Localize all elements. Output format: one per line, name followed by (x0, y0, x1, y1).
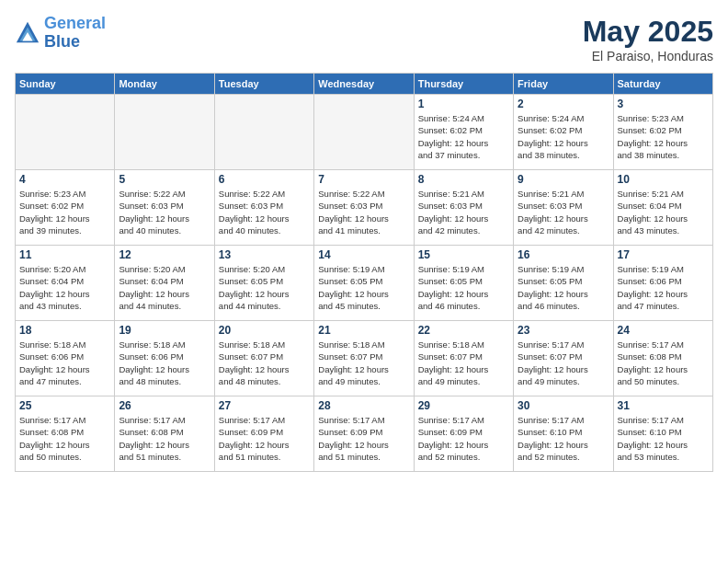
day-info: Sunrise: 5:22 AM Sunset: 6:03 PM Dayligh… (119, 188, 210, 236)
calendar-cell: 16Sunrise: 5:19 AM Sunset: 6:05 PM Dayli… (514, 246, 613, 321)
day-number: 27 (219, 399, 310, 412)
day-info: Sunrise: 5:22 AM Sunset: 6:03 PM Dayligh… (318, 188, 409, 236)
day-info: Sunrise: 5:17 AM Sunset: 6:09 PM Dayligh… (219, 414, 310, 463)
day-info: Sunrise: 5:17 AM Sunset: 6:08 PM Dayligh… (19, 414, 110, 463)
col-header-friday: Friday (514, 74, 613, 95)
day-number: 20 (219, 324, 310, 337)
day-number: 21 (318, 324, 409, 337)
calendar-cell: 18Sunrise: 5:18 AM Sunset: 6:06 PM Dayli… (16, 321, 115, 396)
day-number: 11 (19, 248, 110, 261)
day-info: Sunrise: 5:17 AM Sunset: 6:09 PM Dayligh… (418, 414, 509, 463)
calendar-cell: 22Sunrise: 5:18 AM Sunset: 6:07 PM Dayli… (414, 321, 513, 396)
col-header-saturday: Saturday (613, 74, 712, 95)
calendar-cell: 23Sunrise: 5:17 AM Sunset: 6:07 PM Dayli… (514, 321, 613, 396)
calendar-cell: 25Sunrise: 5:17 AM Sunset: 6:08 PM Dayli… (16, 396, 115, 472)
day-number: 2 (518, 98, 609, 110)
calendar-cell (115, 95, 214, 170)
week-row-3: 11Sunrise: 5:20 AM Sunset: 6:04 PM Dayli… (16, 246, 713, 321)
day-info: Sunrise: 5:17 AM Sunset: 6:07 PM Dayligh… (518, 339, 609, 387)
day-info: Sunrise: 5:17 AM Sunset: 6:10 PM Dayligh… (518, 414, 609, 463)
page-header: General Blue May 2025 El Paraiso, Hondur… (15, 15, 713, 63)
day-number: 8 (418, 173, 509, 186)
week-row-2: 4Sunrise: 5:23 AM Sunset: 6:02 PM Daylig… (16, 170, 713, 246)
col-header-thursday: Thursday (414, 74, 513, 95)
calendar-title: May 2025 (583, 15, 713, 49)
calendar-cell: 10Sunrise: 5:21 AM Sunset: 6:04 PM Dayli… (613, 170, 712, 246)
col-header-wednesday: Wednesday (314, 74, 414, 95)
calendar-subtitle: El Paraiso, Honduras (583, 49, 713, 63)
calendar-cell: 14Sunrise: 5:19 AM Sunset: 6:05 PM Dayli… (314, 246, 414, 321)
title-block: May 2025 El Paraiso, Honduras (583, 15, 713, 63)
calendar-cell: 26Sunrise: 5:17 AM Sunset: 6:08 PM Dayli… (115, 396, 214, 472)
day-info: Sunrise: 5:19 AM Sunset: 6:05 PM Dayligh… (518, 263, 609, 312)
week-row-4: 18Sunrise: 5:18 AM Sunset: 6:06 PM Dayli… (16, 321, 713, 396)
day-info: Sunrise: 5:24 AM Sunset: 6:02 PM Dayligh… (418, 112, 509, 161)
calendar-cell: 30Sunrise: 5:17 AM Sunset: 6:10 PM Dayli… (514, 396, 613, 472)
day-info: Sunrise: 5:18 AM Sunset: 6:06 PM Dayligh… (19, 339, 110, 387)
calendar-cell: 5Sunrise: 5:22 AM Sunset: 6:03 PM Daylig… (115, 170, 214, 246)
calendar-cell: 6Sunrise: 5:22 AM Sunset: 6:03 PM Daylig… (214, 170, 313, 246)
day-info: Sunrise: 5:19 AM Sunset: 6:06 PM Dayligh… (618, 263, 709, 312)
day-info: Sunrise: 5:17 AM Sunset: 6:08 PM Dayligh… (618, 339, 709, 387)
day-info: Sunrise: 5:21 AM Sunset: 6:03 PM Dayligh… (418, 188, 509, 236)
calendar-cell: 21Sunrise: 5:18 AM Sunset: 6:07 PM Dayli… (314, 321, 414, 396)
day-number: 15 (418, 248, 509, 261)
day-info: Sunrise: 5:23 AM Sunset: 6:02 PM Dayligh… (19, 188, 110, 236)
calendar-cell: 29Sunrise: 5:17 AM Sunset: 6:09 PM Dayli… (414, 396, 513, 472)
day-number: 1 (418, 98, 509, 110)
day-info: Sunrise: 5:18 AM Sunset: 6:07 PM Dayligh… (219, 339, 310, 387)
calendar-cell: 9Sunrise: 5:21 AM Sunset: 6:03 PM Daylig… (514, 170, 613, 246)
calendar-cell: 28Sunrise: 5:17 AM Sunset: 6:09 PM Dayli… (314, 396, 414, 472)
day-info: Sunrise: 5:18 AM Sunset: 6:06 PM Dayligh… (119, 339, 210, 387)
calendar-cell: 3Sunrise: 5:23 AM Sunset: 6:02 PM Daylig… (613, 95, 712, 170)
day-number: 9 (518, 173, 609, 186)
day-number: 6 (219, 173, 310, 186)
day-number: 28 (318, 399, 409, 412)
day-info: Sunrise: 5:18 AM Sunset: 6:07 PM Dayligh… (318, 339, 409, 387)
day-info: Sunrise: 5:21 AM Sunset: 6:04 PM Dayligh… (618, 188, 709, 236)
day-info: Sunrise: 5:17 AM Sunset: 6:10 PM Dayligh… (618, 414, 709, 463)
calendar-cell (214, 95, 313, 170)
day-info: Sunrise: 5:23 AM Sunset: 6:02 PM Dayligh… (618, 112, 709, 161)
calendar-cell: 12Sunrise: 5:20 AM Sunset: 6:04 PM Dayli… (115, 246, 214, 321)
logo-text: General Blue (44, 15, 106, 52)
calendar-cell: 1Sunrise: 5:24 AM Sunset: 6:02 PM Daylig… (414, 95, 513, 170)
day-number: 14 (318, 248, 409, 261)
calendar-cell: 8Sunrise: 5:21 AM Sunset: 6:03 PM Daylig… (414, 170, 513, 246)
day-number: 24 (618, 324, 709, 337)
day-number: 22 (418, 324, 509, 337)
calendar-cell: 17Sunrise: 5:19 AM Sunset: 6:06 PM Dayli… (613, 246, 712, 321)
day-info: Sunrise: 5:17 AM Sunset: 6:08 PM Dayligh… (119, 414, 210, 463)
calendar-cell (314, 95, 414, 170)
col-header-monday: Monday (115, 74, 214, 95)
logo-icon (15, 20, 40, 46)
day-number: 12 (119, 248, 210, 261)
day-number: 16 (518, 248, 609, 261)
day-number: 10 (618, 173, 709, 186)
day-number: 31 (618, 399, 709, 412)
calendar-cell: 2Sunrise: 5:24 AM Sunset: 6:02 PM Daylig… (514, 95, 613, 170)
logo: General Blue (15, 15, 106, 52)
day-number: 13 (219, 248, 310, 261)
day-number: 19 (119, 324, 210, 337)
calendar-cell: 11Sunrise: 5:20 AM Sunset: 6:04 PM Dayli… (16, 246, 115, 321)
day-info: Sunrise: 5:19 AM Sunset: 6:05 PM Dayligh… (418, 263, 509, 312)
day-number: 5 (119, 173, 210, 186)
col-header-sunday: Sunday (16, 74, 115, 95)
day-info: Sunrise: 5:20 AM Sunset: 6:05 PM Dayligh… (219, 263, 310, 312)
day-info: Sunrise: 5:22 AM Sunset: 6:03 PM Dayligh… (219, 188, 310, 236)
col-header-tuesday: Tuesday (214, 74, 313, 95)
calendar-table: SundayMondayTuesdayWednesdayThursdayFrid… (15, 73, 713, 472)
day-info: Sunrise: 5:24 AM Sunset: 6:02 PM Dayligh… (518, 112, 609, 161)
day-info: Sunrise: 5:20 AM Sunset: 6:04 PM Dayligh… (119, 263, 210, 312)
day-number: 25 (19, 399, 110, 412)
day-number: 7 (318, 173, 409, 186)
calendar-cell: 20Sunrise: 5:18 AM Sunset: 6:07 PM Dayli… (214, 321, 313, 396)
day-number: 30 (518, 399, 609, 412)
day-info: Sunrise: 5:19 AM Sunset: 6:05 PM Dayligh… (318, 263, 409, 312)
calendar-cell (16, 95, 115, 170)
calendar-cell: 4Sunrise: 5:23 AM Sunset: 6:02 PM Daylig… (16, 170, 115, 246)
calendar-cell: 13Sunrise: 5:20 AM Sunset: 6:05 PM Dayli… (214, 246, 313, 321)
day-number: 4 (19, 173, 110, 186)
day-number: 23 (518, 324, 609, 337)
